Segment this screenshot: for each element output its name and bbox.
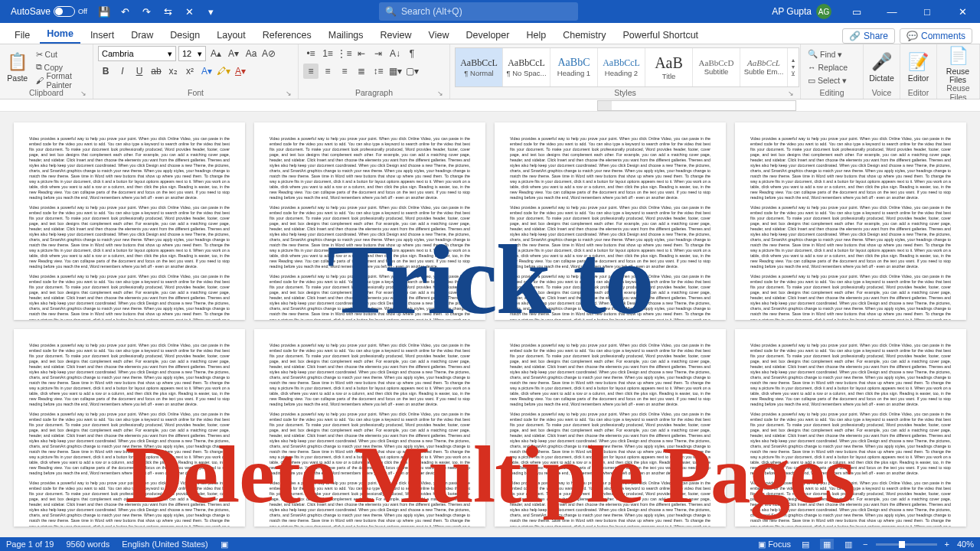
- page-thumbnail[interactable]: Video provides a powerful way to help yo…: [735, 122, 966, 320]
- styles-expand-icon[interactable]: ⊻: [791, 70, 795, 77]
- highlight-icon[interactable]: 🖍▾: [216, 64, 231, 79]
- tab-mailings[interactable]: Mailings: [322, 27, 371, 44]
- page-thumbnail[interactable]: Video provides a powerful way to help yo…: [735, 329, 966, 527]
- reuse-files-button[interactable]: 📄Reuse Files: [942, 46, 974, 83]
- tab-references[interactable]: References: [256, 27, 318, 44]
- superscript-icon[interactable]: x²: [182, 64, 198, 79]
- redo-icon[interactable]: ↷: [138, 0, 156, 23]
- minimize-icon[interactable]: —: [874, 0, 910, 23]
- multilevel-icon[interactable]: ⋮≡: [337, 46, 352, 61]
- tab-view[interactable]: View: [422, 27, 456, 44]
- tab-insert[interactable]: Insert: [83, 27, 121, 44]
- grow-font-icon[interactable]: A▴: [208, 46, 224, 61]
- status-language[interactable]: English (United States): [122, 540, 208, 549]
- status-page[interactable]: Page 1 of 19: [6, 540, 54, 549]
- justify-icon[interactable]: ≣: [354, 64, 369, 79]
- show-marks-icon[interactable]: ¶: [404, 46, 420, 61]
- page-thumbnail[interactable]: Video provides a powerful way to help yo…: [495, 329, 726, 527]
- shrink-font-icon[interactable]: A▾: [226, 46, 241, 61]
- clear-format-icon[interactable]: A⊘: [261, 46, 276, 61]
- page-thumbnail[interactable]: Video provides a powerful way to help yo…: [254, 329, 485, 527]
- dialog-launcher-icon[interactable]: ↘: [80, 90, 87, 97]
- underline-icon[interactable]: U: [132, 64, 147, 79]
- qat-dropdown-icon[interactable]: ▾: [202, 0, 220, 23]
- horizontal-ruler[interactable]: [597, 100, 796, 111]
- zoom-level[interactable]: 40%: [957, 540, 974, 549]
- undo-icon[interactable]: ↶: [116, 0, 135, 23]
- status-words[interactable]: 9560 words: [66, 540, 109, 549]
- print-layout-icon[interactable]: ▦: [820, 539, 834, 549]
- ribbon-mode-icon[interactable]: ▭: [839, 0, 874, 23]
- cut-button[interactable]: ✂Cut: [34, 48, 88, 60]
- style-subtle-em[interactable]: AaBbCcLSubtle Em...: [740, 48, 788, 86]
- share-button[interactable]: 🔗 Share: [842, 28, 895, 44]
- tab-layout[interactable]: Layout: [210, 27, 253, 44]
- styles-down-icon[interactable]: ▾: [792, 64, 795, 70]
- style-nospacing[interactable]: AaBbCcL¶ No Spac...: [503, 48, 550, 86]
- dialog-launcher-icon[interactable]: ↘: [437, 90, 443, 97]
- sort-icon[interactable]: A↓: [387, 46, 403, 61]
- format-painter-button[interactable]: 🖌Format Painter: [34, 74, 88, 86]
- tab-draw[interactable]: Draw: [124, 27, 160, 44]
- tab-chemistry[interactable]: Chemistry: [556, 27, 612, 44]
- page-thumbnail[interactable]: Video provides a powerful way to help yo…: [14, 122, 245, 320]
- select-button[interactable]: ▭Select ▾: [805, 74, 850, 86]
- dialog-launcher-icon[interactable]: ↘: [788, 90, 794, 97]
- styles-up-icon[interactable]: ▴: [792, 57, 795, 64]
- indent-icon[interactable]: ⇥: [371, 46, 386, 61]
- font-color-icon[interactable]: A▾: [233, 64, 248, 79]
- macro-icon[interactable]: ▣: [220, 540, 228, 549]
- tree-icon[interactable]: ⇆: [159, 0, 178, 23]
- focus-mode-button[interactable]: ▣ Focus: [758, 540, 791, 549]
- maximize-icon[interactable]: □: [910, 0, 945, 23]
- save-icon[interactable]: 💾: [95, 0, 113, 23]
- line-spacing-icon[interactable]: ↕≡: [371, 64, 386, 79]
- tab-help[interactable]: Help: [519, 27, 553, 44]
- page-thumbnail[interactable]: Video provides a powerful way to help yo…: [254, 122, 485, 320]
- zoom-out-icon[interactable]: −: [863, 540, 867, 549]
- numbering-icon[interactable]: 1≡: [320, 46, 335, 61]
- subscript-icon[interactable]: x₂: [165, 64, 181, 79]
- change-case-icon[interactable]: Aa: [243, 46, 259, 61]
- outdent-icon[interactable]: ⇤: [354, 46, 369, 61]
- read-mode-icon[interactable]: ▤: [799, 539, 812, 549]
- bullets-icon[interactable]: •≡: [303, 46, 318, 61]
- font-size-select[interactable]: 12▾: [178, 46, 206, 61]
- page-thumbnail[interactable]: Video provides a powerful way to help yo…: [14, 329, 245, 527]
- autosave-toggle[interactable]: AutoSave Off: [6, 6, 92, 17]
- document-canvas[interactable]: Video provides a powerful way to help yo…: [0, 112, 980, 537]
- tab-review[interactable]: Review: [374, 27, 419, 44]
- strike-icon[interactable]: ab: [149, 64, 164, 79]
- web-layout-icon[interactable]: ▥: [841, 539, 855, 549]
- find-button[interactable]: 🔍Find ▾: [805, 48, 850, 60]
- bold-icon[interactable]: B: [98, 64, 113, 79]
- align-right-icon[interactable]: ≡: [337, 64, 352, 79]
- page-thumbnail[interactable]: Video provides a powerful way to help yo…: [495, 122, 726, 320]
- italic-icon[interactable]: I: [115, 64, 130, 79]
- tab-developer[interactable]: Developer: [459, 27, 516, 44]
- editor-button[interactable]: 📝Editor: [905, 52, 932, 83]
- shading-icon[interactable]: ▦▾: [387, 64, 403, 79]
- paste-button[interactable]: 📋 Paste: [5, 52, 31, 83]
- style-normal[interactable]: AaBbCcL¶ Normal: [456, 48, 503, 86]
- dialog-launcher-icon[interactable]: ↘: [286, 90, 292, 97]
- style-gallery[interactable]: AaBbCcL¶ Normal AaBbCcL¶ No Spac... AaBb…: [455, 47, 799, 87]
- search-input[interactable]: 🔍 Search (Alt+Q): [379, 2, 578, 21]
- style-heading1[interactable]: AaBbCHeading 1: [550, 48, 598, 86]
- tab-design[interactable]: Design: [163, 27, 207, 44]
- replace-button[interactable]: ↔Replace: [805, 61, 850, 73]
- account-button[interactable]: AP Gupta AG: [764, 4, 839, 19]
- style-title[interactable]: AaBTitle: [645, 48, 693, 86]
- zoom-slider[interactable]: [876, 543, 937, 546]
- tab-powerful-shortcut[interactable]: Powerful Shortcut: [616, 27, 705, 44]
- font-name-select[interactable]: Cambria▾: [98, 46, 176, 61]
- dictate-button[interactable]: 🎤Dictate: [868, 52, 895, 83]
- close-icon[interactable]: ✕: [945, 0, 980, 23]
- zoom-in-icon[interactable]: +: [945, 540, 949, 549]
- align-left-icon[interactable]: ≡: [303, 64, 318, 79]
- comments-button[interactable]: 💬 Comments: [900, 28, 972, 44]
- tab-home[interactable]: Home: [40, 25, 80, 44]
- tab-file[interactable]: File: [8, 27, 37, 44]
- close-doc-icon[interactable]: ✕: [181, 0, 199, 23]
- align-center-icon[interactable]: ≡: [320, 64, 335, 79]
